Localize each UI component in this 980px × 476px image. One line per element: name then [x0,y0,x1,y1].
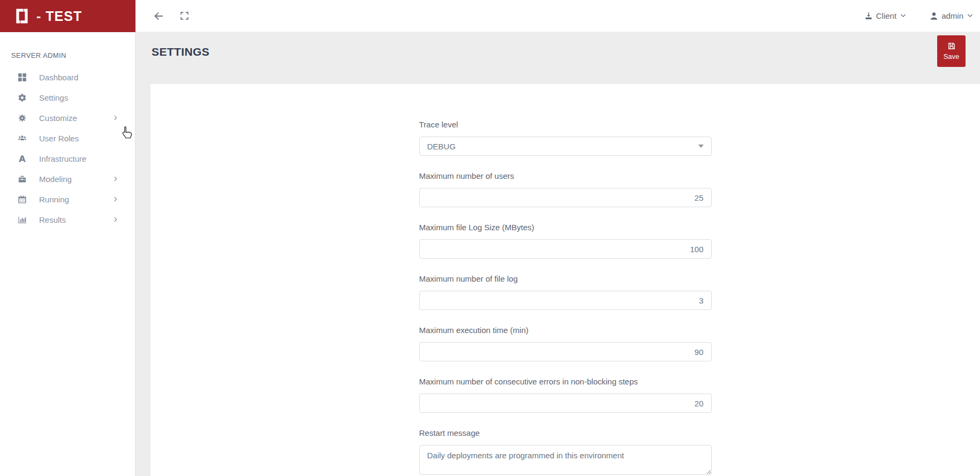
save-button-label: Save [944,52,960,61]
sidebar: SERVER ADMIN Dashboard Settings Customiz… [0,32,135,476]
back-arrow-icon [153,10,164,22]
field-label-trace-level: Trace level [419,120,712,130]
field-trace-level: Trace level DEBUG [419,120,712,156]
sidebar-item-infrastructure[interactable]: Infrastructure [0,148,135,169]
person-icon [929,11,939,21]
app-header: - TEST Client admin [0,0,980,32]
maximum-number-of-file-log-input[interactable] [419,291,712,310]
sidebar-item-modeling[interactable]: Modeling [0,169,135,189]
sidebar-item-label: Infrastructure [39,154,119,163]
sidebar-item-label: Modeling [39,175,112,184]
sidebar-item-dashboard[interactable]: Dashboard [0,67,135,87]
admin-user-menu[interactable]: admin [929,11,974,21]
infrastructure-icon [18,154,27,163]
field-label-maximum-number-of-users: Maximum number of users [419,171,712,181]
sidebar-item-label: Settings [39,93,119,102]
field-label-maximum-number-of-file-log: Maximum number of file log [419,274,712,284]
settings-form: Trace level DEBUG Maximum number of user… [419,84,712,476]
field-maximum-execution-time-min: Maximum execution time (min) [419,326,712,361]
save-button[interactable]: Save [937,35,966,67]
client-menu-label: Client [876,11,896,20]
maximum-file-log-size-mbytes-input[interactable] [419,239,712,259]
fullscreen-icon [179,11,190,21]
field-label-maximum-execution-time-min: Maximum execution time (min) [419,326,712,335]
field-maximum-file-log-size-mbytes: Maximum file Log Size (MBytes) [419,223,712,259]
sidebar-item-results[interactable]: Results [0,209,135,230]
back-button[interactable] [149,7,168,25]
sidebar-item-running[interactable]: Running [0,189,135,209]
page-head: SETTINGS Save [135,32,980,84]
field-maximum-number-of-users: Maximum number of users [419,171,712,207]
sidebar-item-user-roles[interactable]: User Roles [0,128,135,148]
field-maximum-number-of-file-log: Maximum number of file log [419,274,712,310]
maximum-number-of-consecutive-errors-in-non-blocking-steps-input[interactable] [419,394,712,413]
maximum-execution-time-min-input[interactable] [419,342,712,361]
brand-title: - TEST [36,9,82,24]
cog-icon [18,114,27,123]
sidebar-item-label: Dashboard [39,73,119,82]
chevron-right-icon [112,216,119,223]
briefcase-icon [18,175,27,184]
topbar: Client admin [135,0,980,32]
sidebar-item-label: Customize [39,114,112,123]
trace-level-select[interactable]: DEBUG [419,137,712,156]
settings-card: Trace level DEBUG Maximum number of user… [150,84,980,476]
field-restart-message: Restart message Daily deployments are pr… [419,428,712,476]
sidebar-section-title: SERVER ADMIN [11,51,135,59]
chevron-right-icon [112,115,119,121]
dashboard-icon [18,73,27,82]
field-label-maximum-number-of-consecutive-errors-in-non-blocking-steps: Maximum number of consecutive errors in … [419,377,712,387]
field-label-maximum-file-log-size-mbytes: Maximum file Log Size (MBytes) [419,223,712,232]
users-icon [18,134,27,143]
chevron-right-icon [112,196,119,202]
sidebar-nav: Dashboard Settings Customize User Roles … [0,67,135,230]
brand-logo[interactable]: - TEST [0,0,135,32]
gear-icon [18,93,27,102]
bar-chart-icon [18,215,27,224]
page-title: SETTINGS [152,46,209,58]
calendar-icon [18,195,27,204]
sidebar-item-label: User Roles [39,134,119,143]
floppy-icon [947,42,956,50]
sidebar-item-settings[interactable]: Settings [0,87,135,108]
sidebar-item-label: Results [39,215,112,224]
field-label-restart-message: Restart message [419,428,712,438]
brackets-logo-icon [13,7,31,25]
sidebar-item-label: Running [39,195,112,204]
admin-menu-label: admin [941,11,963,20]
chevron-right-icon [112,176,119,182]
restart-message-textarea[interactable]: Daily deployments are programmed in this… [419,445,712,475]
caret-down-icon [698,145,704,148]
sidebar-item-customize[interactable]: Customize [0,108,135,128]
main-content: SETTINGS Save Trace level DEBUG Maximum … [135,32,980,476]
maximum-number-of-users-input[interactable] [419,188,712,207]
chevron-down-icon [900,12,907,19]
field-maximum-number-of-consecutive-errors-in-non-blocking-steps: Maximum number of consecutive errors in … [419,377,712,413]
client-menu[interactable]: Client [864,11,907,21]
fullscreen-button[interactable] [175,7,193,25]
download-icon [864,11,873,21]
chevron-down-icon [967,12,974,19]
